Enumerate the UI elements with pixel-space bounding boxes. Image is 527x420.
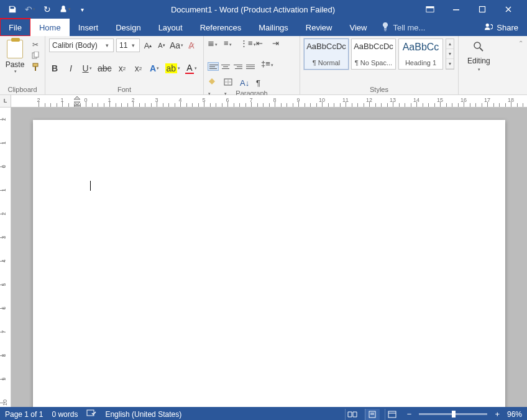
save-icon[interactable] — [6, 3, 19, 16]
page-count[interactable]: Page 1 of 1 — [5, 410, 43, 419]
borders-icon[interactable]: ▾ — [224, 78, 235, 88]
line-spacing-icon[interactable]: ‡≡▾ — [261, 59, 272, 69]
strikethrough-button[interactable]: abc — [98, 62, 112, 75]
qat-customize-icon[interactable]: ▾ — [76, 3, 88, 16]
increase-indent-icon[interactable]: ⇥ — [272, 39, 283, 48]
print-layout-icon[interactable] — [365, 409, 380, 420]
paste-dropdown-icon[interactable]: ▾ — [14, 69, 17, 74]
zoom-slider[interactable] — [419, 413, 487, 415]
bold-button[interactable]: B — [49, 62, 60, 75]
text-effects-icon[interactable]: A▾ — [149, 62, 160, 75]
style-no-spacing[interactable]: AaBbCcDc ¶ No Spac... — [351, 39, 396, 70]
styles-expand-icon[interactable]: ▾ — [446, 59, 454, 69]
svg-rect-8 — [35, 66, 36, 71]
group-editing: Editing ▾ — [459, 36, 499, 94]
zoom-in-button[interactable]: + — [492, 409, 502, 419]
clear-formatting-icon[interactable]: A̷ — [186, 39, 197, 52]
svg-rect-7 — [33, 63, 38, 66]
align-center-icon[interactable] — [220, 62, 231, 71]
zoom-level[interactable]: 96% — [507, 410, 522, 419]
ribbon-display-options-icon[interactable] — [418, 1, 442, 18]
tab-review[interactable]: Review — [297, 19, 341, 36]
justify-icon[interactable] — [245, 62, 256, 71]
style-normal[interactable]: AaBbCcDc ¶ Normal — [304, 39, 349, 70]
text-cursor — [90, 181, 91, 191]
tell-me-search[interactable]: Tell me... — [375, 19, 475, 36]
svg-rect-17 — [87, 410, 94, 416]
svg-rect-6 — [34, 52, 39, 57]
share-label: Share — [497, 23, 518, 32]
tab-home[interactable]: Home — [30, 19, 70, 36]
maximize-button[interactable] — [470, 1, 495, 18]
style-sample: AaBbCcDc — [306, 42, 346, 51]
styles-gallery-scroll: ▴ ▾ ▾ — [446, 39, 454, 70]
decrease-indent-icon[interactable]: ⇤ — [256, 39, 267, 48]
group-font: Calibri (Body) ▾ 11 ▾ A▴ A▾ Aa▾ A̷ B I U… — [45, 36, 204, 94]
indent-markers[interactable] — [73, 96, 81, 107]
style-name: ¶ Normal — [313, 59, 340, 66]
language-status[interactable]: English (United States) — [105, 410, 181, 419]
share-button[interactable]: Share — [475, 19, 527, 36]
font-name-select[interactable]: Calibri (Body) ▾ — [49, 39, 114, 52]
style-sample: AaBbCc — [403, 42, 439, 53]
zoom-thumb[interactable] — [452, 411, 456, 418]
workspace: 21012345678910 — [0, 107, 527, 407]
highlight-color-icon[interactable]: ab▾ — [165, 62, 181, 75]
copy-icon[interactable] — [30, 51, 41, 61]
tab-layout[interactable]: Layout — [150, 19, 191, 36]
read-mode-icon[interactable] — [345, 409, 360, 420]
grow-font-icon[interactable]: A▴ — [142, 39, 154, 52]
tab-mailings[interactable]: Mailings — [250, 19, 297, 36]
vertical-ruler[interactable]: 21012345678910 — [0, 107, 11, 407]
tab-references[interactable]: References — [191, 19, 250, 36]
svg-marker-15 — [74, 102, 80, 105]
undo-icon[interactable]: ↶▾ — [24, 3, 36, 16]
multilevel-list-icon[interactable]: ⋮≡▾ — [240, 39, 251, 48]
redo-icon[interactable]: ↻ — [41, 3, 53, 16]
change-case-icon[interactable]: Aa▾ — [170, 39, 183, 52]
format-painter-icon[interactable] — [30, 62, 41, 72]
underline-button[interactable]: U▾ — [81, 62, 93, 75]
title-bar: ↶▾ ↻ ▾ ▾ Document1 - Word (Product Activ… — [0, 0, 527, 19]
tab-selector[interactable]: L — [0, 95, 11, 107]
window-controls — [418, 1, 527, 18]
word-count[interactable]: 0 words — [52, 410, 78, 419]
style-heading-1[interactable]: AaBbCc Heading 1 — [398, 39, 443, 70]
numbering-icon[interactable]: ≡▾ — [224, 39, 235, 48]
subscript-button[interactable]: x2 — [117, 62, 128, 75]
styles-scroll-down-icon[interactable]: ▾ — [446, 49, 454, 59]
close-button[interactable] — [496, 1, 521, 18]
zoom-out-button[interactable]: − — [405, 409, 415, 419]
spelling-icon[interactable] — [86, 409, 96, 419]
chevron-down-icon: ▾ — [103, 42, 111, 48]
superscript-button[interactable]: x2 — [133, 62, 144, 75]
show-marks-icon[interactable]: ¶ — [256, 78, 267, 88]
horizontal-ruler[interactable]: L 210123456789101112131415161718 — [0, 95, 527, 107]
tab-insert[interactable]: Insert — [70, 19, 108, 36]
share-icon — [484, 22, 493, 33]
minimize-button[interactable] — [444, 1, 469, 18]
svg-rect-2 — [453, 9, 459, 11]
collapse-ribbon-icon[interactable]: ⌃ — [518, 40, 523, 47]
shading-icon[interactable]: ▾ — [208, 78, 219, 88]
web-layout-icon[interactable] — [385, 409, 400, 420]
style-name: ¶ No Spac... — [355, 59, 392, 66]
cut-icon[interactable]: ✂ — [30, 40, 41, 50]
sort-icon[interactable]: A↓ — [240, 78, 251, 88]
align-left-icon[interactable] — [208, 62, 219, 71]
editing-button[interactable]: Editing ▾ — [462, 39, 495, 72]
shrink-font-icon[interactable]: A▾ — [156, 39, 167, 52]
touch-mode-icon[interactable]: ▾ — [58, 3, 71, 16]
paste-button[interactable]: Paste ▾ — [4, 39, 26, 74]
tab-design[interactable]: Design — [107, 19, 149, 36]
font-size-select[interactable]: 11 ▾ — [116, 39, 140, 52]
tab-view[interactable]: View — [341, 19, 375, 36]
align-right-icon[interactable] — [232, 62, 244, 71]
italic-button[interactable]: I — [65, 62, 76, 75]
document-area[interactable] — [11, 107, 527, 407]
page[interactable] — [33, 120, 505, 407]
tab-file[interactable]: File — [0, 19, 30, 36]
bullets-icon[interactable]: ≣▾ — [208, 39, 219, 48]
styles-scroll-up-icon[interactable]: ▴ — [446, 39, 454, 49]
font-color-icon[interactable]: A▾ — [185, 62, 196, 75]
